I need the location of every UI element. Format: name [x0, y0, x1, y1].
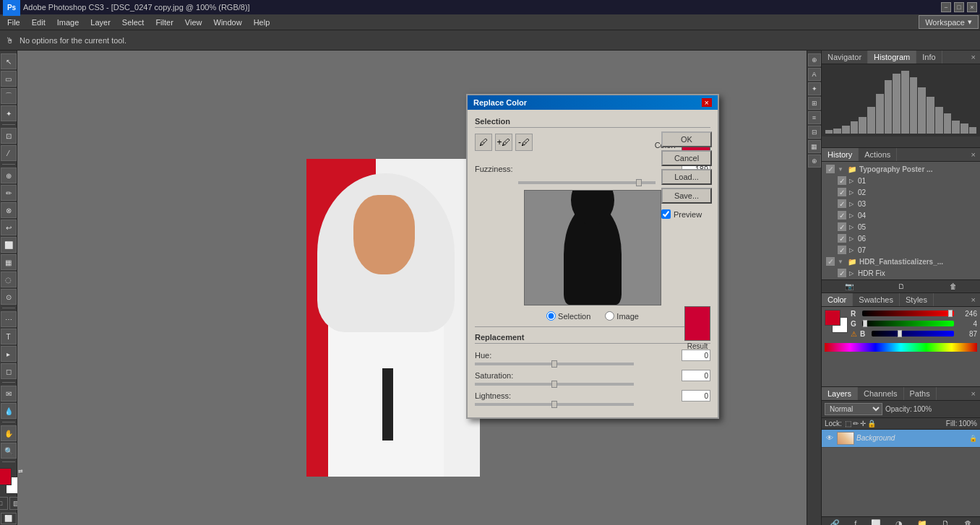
tab-color[interactable]: Color	[822, 293, 853, 306]
tab-channels[interactable]: Channels	[858, 387, 903, 400]
history-item-07[interactable]: ✓ ▷ 07	[823, 244, 979, 256]
tab-layers[interactable]: Layers	[822, 387, 858, 400]
create-snapshot-btn[interactable]: 📷	[845, 282, 854, 290]
fuzziness-slider-thumb[interactable]	[636, 179, 642, 186]
saturation-value[interactable]: 0	[682, 370, 710, 381]
color-panel-close[interactable]: ×	[967, 293, 980, 306]
add-mask-btn[interactable]: ⬜	[871, 519, 881, 525]
hue-value[interactable]: 0	[682, 350, 710, 361]
green-slider-thumb[interactable]	[863, 320, 867, 327]
lightness-slider[interactable]	[475, 403, 634, 406]
tool-gradient[interactable]: ▦	[1, 254, 17, 270]
lock-image-icon[interactable]: ✏	[853, 420, 859, 428]
layer-visibility-icon[interactable]: 👁	[825, 433, 835, 443]
eyedropper-sub-btn[interactable]: -🖊	[515, 134, 533, 151]
lock-transparent-icon[interactable]: ⬚	[845, 420, 851, 428]
layer-styles-btn[interactable]: f	[854, 519, 856, 525]
switch-colors-icon[interactable]: ⇄	[18, 468, 23, 474]
light-slider-thumb[interactable]	[551, 401, 557, 408]
tab-paths[interactable]: Paths	[904, 387, 937, 400]
workspace-button[interactable]: Workspace ▾	[919, 15, 979, 29]
save-button[interactable]: Save...	[661, 188, 712, 204]
sr-btn-6[interactable]: ⊟	[808, 126, 821, 139]
lock-position-icon[interactable]: ✛	[860, 420, 866, 428]
tab-styles[interactable]: Styles	[900, 293, 934, 306]
history-folder-typography[interactable]: ✓ ▼ 📁 Typography Poster ...	[823, 163, 979, 175]
preview-checkbox[interactable]	[661, 209, 671, 219]
history-item-02[interactable]: ✓ ▷ 02	[823, 186, 979, 198]
tool-path-select[interactable]: ▸	[1, 346, 17, 362]
blue-slider-thumb[interactable]	[898, 330, 902, 337]
sr-btn-3[interactable]: ✦	[808, 82, 821, 95]
new-group-btn[interactable]: 📁	[917, 519, 927, 525]
minimize-button[interactable]: −	[941, 2, 951, 12]
tool-blur[interactable]: ◌	[1, 272, 17, 287]
hue-slider[interactable]	[475, 363, 634, 365]
fill-value[interactable]: 100%	[958, 420, 977, 428]
sr-btn-2[interactable]: A	[808, 68, 821, 81]
sr-btn-7[interactable]: ▦	[808, 140, 821, 153]
hue-slider-thumb[interactable]	[551, 360, 557, 368]
dialog-title-bar[interactable]: Replace Color ×	[468, 95, 718, 110]
red-slider[interactable]	[862, 311, 954, 316]
saturation-slider[interactable]	[475, 383, 634, 386]
tab-swatches[interactable]: Swatches	[853, 293, 900, 306]
menu-edit[interactable]: Edit	[26, 17, 51, 28]
sr-btn-4[interactable]: ⊞	[808, 97, 821, 110]
load-button[interactable]: Load...	[661, 169, 712, 185]
layer-item-background[interactable]: 👁 Background 🔒	[822, 430, 980, 448]
menu-file[interactable]: File	[1, 17, 26, 28]
menu-view[interactable]: View	[179, 17, 208, 28]
opacity-value[interactable]: 100%	[914, 405, 932, 413]
tool-magic-wand[interactable]: ✦	[1, 105, 17, 121]
fuzziness-slider[interactable]	[518, 181, 656, 184]
eyedropper-tool-btn[interactable]: 🖊	[475, 134, 492, 151]
history-item-05[interactable]: ✓ ▷ 05	[823, 221, 979, 233]
tool-marquee[interactable]: ▭	[1, 71, 17, 87]
tool-notes[interactable]: ✉	[1, 386, 17, 402]
tool-history-brush[interactable]: ↩	[1, 220, 17, 235]
tool-clone[interactable]: ⊗	[1, 202, 17, 218]
blue-slider[interactable]	[872, 331, 954, 337]
new-document-btn[interactable]: 🗋	[898, 282, 905, 290]
history-item-01[interactable]: ✓ ▷ 01	[823, 175, 979, 186]
history-item-03[interactable]: ✓ ▷ 03	[823, 198, 979, 209]
tab-info[interactable]: Info	[916, 51, 942, 64]
red-slider-thumb[interactable]	[948, 310, 953, 317]
sr-btn-5[interactable]: ≡	[808, 111, 821, 124]
menu-select[interactable]: Select	[116, 17, 150, 28]
tool-eyedropper[interactable]: 💧	[1, 403, 17, 419]
cancel-button[interactable]: Cancel	[661, 150, 712, 166]
history-item-04[interactable]: ✓ ▷ 04	[823, 209, 979, 221]
history-panel-close[interactable]: ×	[967, 148, 980, 161]
tool-crop[interactable]: ⊡	[1, 128, 17, 144]
tab-navigator[interactable]: Navigator	[822, 51, 868, 64]
maximize-button[interactable]: □	[954, 2, 964, 12]
delete-layer-btn[interactable]: 🗑	[964, 519, 972, 525]
sr-btn-8[interactable]: ⊕	[808, 155, 821, 168]
sr-btn-1[interactable]: ⊕	[808, 53, 821, 66]
tool-slice[interactable]: ∕	[1, 145, 17, 161]
fg-color-swatch[interactable]	[0, 468, 12, 485]
nav-panel-close[interactable]: ×	[967, 51, 980, 64]
link-layers-btn[interactable]: 🔗	[830, 519, 840, 525]
lightness-value[interactable]: 0	[682, 390, 710, 402]
tool-lasso[interactable]: ⌒	[1, 88, 17, 104]
tab-history[interactable]: History	[822, 148, 859, 161]
history-folder-hdr[interactable]: ✓ ▼ 📁 HDR_Fantasticalizers_...	[823, 256, 979, 267]
close-button[interactable]: ×	[967, 2, 977, 12]
tool-zoom[interactable]: 🔍	[1, 443, 17, 459]
history-item-hdr-fix[interactable]: ✓ ▷ HDR Fix	[823, 267, 979, 279]
image-radio-label[interactable]: Image	[605, 311, 639, 321]
image-radio[interactable]	[605, 311, 614, 321]
green-slider[interactable]	[862, 321, 954, 326]
eyedropper-add-btn[interactable]: +🖊	[495, 134, 512, 151]
menu-filter[interactable]: Filter	[150, 17, 179, 28]
tool-shape[interactable]: ◻	[1, 363, 17, 379]
standard-mode-button[interactable]: □	[0, 497, 8, 510]
tool-hand[interactable]: ✋	[1, 425, 17, 441]
adjustment-layer-btn[interactable]: ◑	[895, 519, 903, 525]
new-layer-btn[interactable]: 🗋	[942, 519, 950, 525]
tool-brush[interactable]: ✏	[1, 185, 17, 201]
lock-all-icon[interactable]: 🔒	[867, 420, 876, 428]
